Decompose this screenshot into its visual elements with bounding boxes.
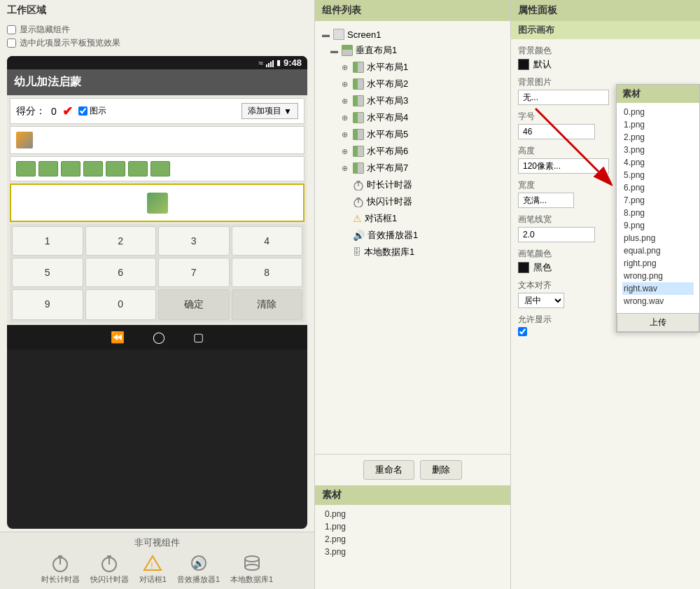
add-item-dropdown[interactable]: 添加项目 ▼ (241, 103, 298, 119)
score-row: 得分： 0 ✔ 图示 添加项目 ▼ (10, 98, 304, 124)
timer2-tree-icon (353, 196, 364, 207)
floating-asset-5png[interactable]: 5.png (622, 169, 694, 181)
tree-h-layout-2[interactable]: ⊕ 水平布局2 (319, 76, 506, 92)
vertical-layout-label: 垂直布局1 (356, 44, 397, 57)
pen-color-swatch[interactable] (518, 262, 529, 273)
svg-point-10 (245, 556, 259, 562)
tablet-preview-row: 选中此项显示平板预览效果 (7, 37, 307, 49)
screen1-icon (333, 29, 344, 40)
small-btn-7[interactable] (150, 161, 170, 176)
numpad-8[interactable]: 8 (232, 258, 303, 287)
tree-vertical-layout[interactable]: ▬ 垂直布局1 (319, 42, 506, 59)
numpad-clear[interactable]: 清除 (232, 289, 303, 320)
floating-asset-1png[interactable]: 1.png (622, 118, 694, 131)
dialog-tree-icon: ⚠ (353, 213, 362, 224)
floating-asset-rightpng[interactable]: right.png (622, 257, 694, 270)
bg-color-value-row: 默认 (518, 58, 693, 71)
height-input[interactable] (518, 158, 609, 174)
floating-asset-pluspng[interactable]: plus.png (622, 232, 694, 244)
rename-button[interactable]: 重命名 (363, 460, 414, 480)
tree-screen1[interactable]: ▬ Screen1 (319, 27, 506, 42)
floating-asset-rightwav[interactable]: right.wav (622, 282, 694, 295)
width-input[interactable] (518, 193, 574, 208)
canvas-row (10, 183, 304, 222)
expand-h4: ⊕ (342, 113, 350, 123)
tree-h-layout-3[interactable]: ⊕ 水平布局3 (319, 92, 506, 109)
bg-image-input[interactable] (518, 90, 609, 105)
floating-asset-2png[interactable]: 2.png (622, 131, 694, 144)
asset-3png[interactable]: 3.png (322, 546, 503, 558)
numpad-3[interactable]: 3 (158, 226, 230, 256)
numpad-4[interactable]: 4 (232, 226, 303, 256)
tree-db[interactable]: 🗄 本地数据库1 (319, 244, 506, 261)
floating-asset-9png[interactable]: 9.png (622, 219, 694, 232)
nv-sound-label: 音效播放器1 (177, 574, 220, 585)
small-btn-4[interactable] (83, 161, 103, 176)
small-btn-6[interactable] (128, 161, 148, 176)
delete-button[interactable]: 删除 (420, 460, 462, 480)
image-checkbox[interactable] (78, 106, 88, 116)
font-size-input[interactable] (518, 124, 595, 139)
timer2-icon (99, 553, 119, 573)
numpad-7[interactable]: 7 (158, 258, 230, 287)
tree-h-layout-5[interactable]: ⊕ 水平布局5 (319, 126, 506, 143)
bg-color-swatch[interactable] (518, 59, 529, 70)
svg-text:🔊: 🔊 (193, 557, 205, 569)
numpad-0[interactable]: 0 (85, 289, 157, 320)
floating-asset-wrongwav[interactable]: wrong.wav (622, 295, 694, 307)
floating-asset-panel: 素材 0.png 1.png 2.png 3.png 4.png 5.png 6… (616, 84, 700, 333)
floating-asset-0png[interactable]: 0.png (622, 106, 694, 118)
floating-asset-equalpng[interactable]: equal.png (622, 244, 694, 257)
numpad-5[interactable]: 5 (12, 258, 83, 287)
show-hidden-checkbox[interactable] (7, 25, 16, 34)
tablet-preview-label: 选中此项显示平板预览效果 (20, 37, 120, 49)
numpad-confirm[interactable]: 确定 (158, 289, 230, 320)
asset-0png[interactable]: 0.png (322, 508, 503, 520)
expand-vertical: ▬ (330, 46, 339, 55)
small-btn-5[interactable] (106, 161, 125, 176)
tree-button-row: 重命名 删除 (315, 454, 510, 485)
nv-db-label: 本地数据库1 (230, 574, 273, 585)
asset-2png[interactable]: 2.png (322, 533, 503, 546)
numpad-1[interactable]: 1 (12, 226, 83, 256)
floating-asset-6png[interactable]: 6.png (622, 181, 694, 194)
tree-timer2[interactable]: 快闪计时器 (319, 193, 506, 210)
floating-asset-4png[interactable]: 4.png (622, 156, 694, 169)
floating-asset-list: 0.png 1.png 2.png 3.png 4.png 5.png 6.pn… (617, 103, 699, 310)
floating-asset-wrongpng[interactable]: wrong.png (622, 270, 694, 282)
floating-asset-7png[interactable]: 7.png (622, 194, 694, 207)
tree-h-layout-1[interactable]: ⊕ 水平布局1 (319, 59, 506, 76)
svg-rect-15 (357, 181, 360, 182)
pen-width-input[interactable] (518, 227, 595, 242)
small-btn-3[interactable] (61, 161, 80, 176)
tree-sound[interactable]: 🔊 音效播放器1 (319, 227, 506, 244)
small-btn-2[interactable] (38, 161, 58, 176)
numpad-9[interactable]: 9 (12, 289, 83, 320)
text-align-select[interactable]: 居中 左对齐 右对齐 (518, 293, 564, 308)
phone-statusbar: ≈ ▮ 9:48 (7, 56, 307, 69)
h-layout4-label: 水平布局4 (367, 111, 408, 124)
tablet-preview-checkbox[interactable] (7, 39, 16, 48)
home-nav-icon[interactable]: ◯ (153, 331, 165, 344)
tree-h-layout-4[interactable]: ⊕ 水平布局4 (319, 109, 506, 126)
floating-asset-3png[interactable]: 3.png (622, 144, 694, 156)
asset-1png[interactable]: 1.png (322, 520, 503, 533)
tree-timer1[interactable]: 时长计时器 (319, 176, 506, 193)
upload-button[interactable]: 上传 (617, 313, 699, 332)
signal-icon (266, 59, 274, 67)
recents-nav-icon[interactable]: ▢ (193, 331, 204, 344)
h-layout7-icon (353, 162, 364, 174)
small-btn-1[interactable] (16, 161, 36, 176)
tree-dialog[interactable]: ⚠ 对话框1 (319, 210, 506, 227)
h-layout2-label: 水平布局2 (367, 78, 408, 90)
allow-display-checkbox[interactable] (518, 327, 527, 336)
floating-asset-8png[interactable]: 8.png (622, 207, 694, 219)
timer1-tree-label: 时长计时器 (367, 179, 412, 191)
numpad-6[interactable]: 6 (85, 258, 157, 287)
pen-color-value: 黑色 (533, 261, 552, 274)
tree-h-layout-6[interactable]: ⊕ 水平布局6 (319, 143, 506, 160)
back-nav-icon[interactable]: ⏪ (111, 331, 125, 344)
tree-h-layout-7[interactable]: ⊕ 水平布局7 (319, 160, 506, 176)
numpad-2[interactable]: 2 (85, 226, 157, 256)
h-layout3-icon (353, 95, 364, 106)
